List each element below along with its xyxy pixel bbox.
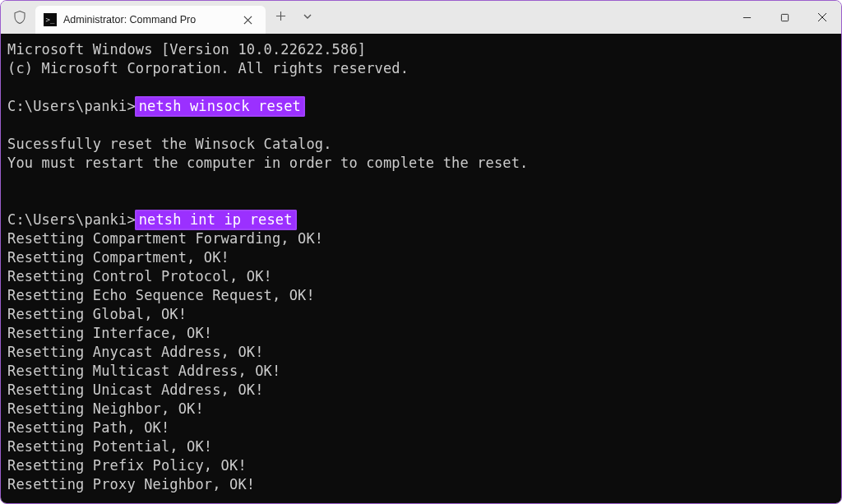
output-2-line-5: Resetting Global, OK!: [7, 306, 187, 322]
cmd-icon: >_: [44, 13, 57, 26]
shield-icon: [12, 9, 27, 25]
command-2-highlight: netsh int ip reset: [135, 210, 297, 230]
tab-title: Administrator: Command Pro: [63, 14, 234, 25]
output-2-line-11: Resetting Path, OK!: [7, 419, 169, 436]
output-2-line-3: Resetting Control Protocol, OK!: [7, 268, 272, 284]
close-window-button[interactable]: [803, 1, 841, 34]
output-2-line-12: Resetting Potential, OK!: [7, 438, 212, 455]
version-line: Microsoft Windows [Version 10.0.22622.58…: [7, 41, 366, 58]
copyright-line: (c) Microsoft Corporation. All rights re…: [7, 60, 409, 76]
svg-rect-0: [781, 14, 788, 21]
output-2-line-6: Resetting Interface, OK!: [7, 325, 212, 341]
active-tab[interactable]: >_ Administrator: Command Pro: [35, 6, 266, 34]
output-2-line-1: Resetting Compartment Forwarding, OK!: [7, 230, 323, 247]
prompt-2-prefix: C:\Users\panki: [7, 211, 127, 228]
window-controls: [728, 1, 841, 34]
tab-dropdown-button[interactable]: [296, 7, 319, 28]
titlebar[interactable]: >_ Administrator: Command Pro: [1, 1, 841, 34]
output-2-line-13: Resetting Prefix Policy, OK!: [7, 457, 247, 474]
output-2-line-10: Resetting Neighbor, OK!: [7, 400, 204, 417]
output-1-line-2: You must restart the computer in order t…: [7, 155, 528, 171]
prompt-1-prefix: C:\Users\panki: [7, 98, 127, 114]
output-2-line-2: Resetting Compartment, OK!: [7, 249, 229, 266]
minimize-button[interactable]: [728, 1, 766, 34]
output-2-line-7: Resetting Anycast Address, OK!: [7, 344, 264, 360]
maximize-button[interactable]: [766, 1, 803, 34]
prompt-1-sep: >: [127, 98, 134, 114]
terminal-output[interactable]: Microsoft Windows [Version 10.0.22622.58…: [1, 34, 841, 503]
output-2-line-14: Resetting Proxy Neighbor, OK!: [7, 476, 255, 492]
prompt-2-sep: >: [127, 211, 134, 228]
output-2-line-9: Resetting Unicast Address, OK!: [7, 381, 264, 398]
command-1-highlight: netsh winsock reset: [135, 96, 305, 117]
output-2-line-4: Resetting Echo Sequence Request, OK!: [7, 287, 315, 303]
new-tab-button[interactable]: [266, 5, 296, 30]
close-tab-button[interactable]: [240, 12, 256, 28]
output-1-line-1: Sucessfully reset the Winsock Catalog.: [7, 136, 332, 152]
output-2-line-8: Resetting Multicast Address, OK!: [7, 363, 280, 379]
